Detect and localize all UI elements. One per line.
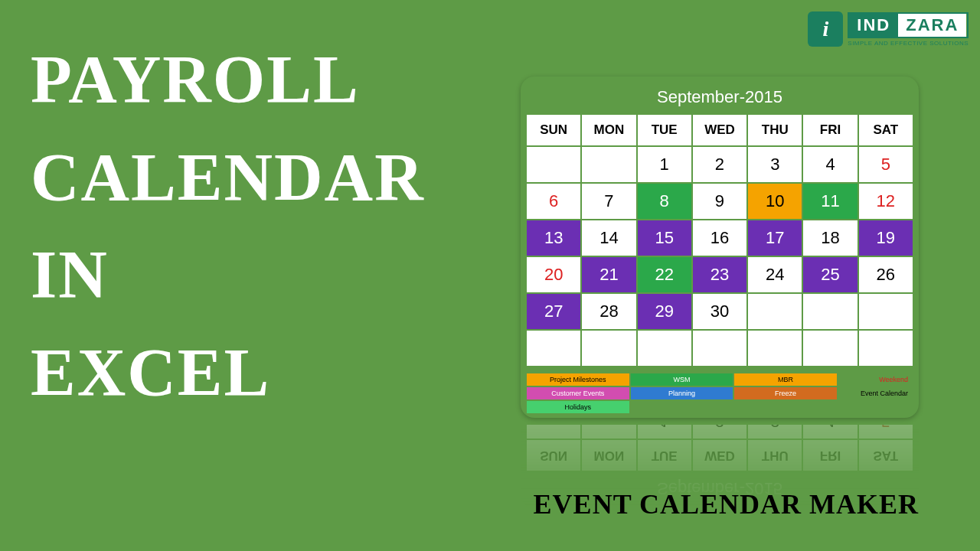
calendar-day-header: FRI (803, 440, 857, 471)
calendar-cell (527, 147, 580, 182)
calendar-cell (693, 331, 746, 366)
calendar-month-title: September-2015 (527, 83, 913, 115)
calendar-cell: 28 (582, 294, 635, 329)
title-line: PAYROLL (31, 31, 425, 129)
calendar-cell (803, 331, 857, 366)
calendar-cell: 8 (638, 184, 691, 219)
calendar-cell: 7 (582, 184, 635, 219)
logo-icon: i (808, 11, 843, 47)
calendar-day-header: SUN (527, 440, 580, 471)
calendar-cell: 5 (859, 147, 913, 182)
calendar-day-header: TUE (638, 440, 691, 471)
calendar-grid: SUNMONTUEWEDTHUFRISAT1234567891011121314… (527, 115, 913, 366)
logo-tagline: SIMPLE AND EFFECTIVE SOLUTIONS (848, 40, 969, 47)
calendar-cell: 29 (638, 294, 691, 329)
calendar-day-header: SAT (859, 115, 913, 145)
calendar-cell: 10 (748, 184, 802, 219)
calendar-cell: 23 (693, 257, 746, 292)
calendar-cell (527, 425, 580, 439)
calendar-cell (527, 331, 580, 366)
calendar-cell (748, 331, 802, 366)
calendar-cell: 27 (527, 294, 580, 329)
legend-mbr: MBR (734, 373, 837, 386)
calendar-cell: 13 (527, 220, 580, 256)
calendar-cell: 21 (582, 257, 635, 292)
calendar-cell: 2 (693, 147, 746, 182)
calendar-cell: 26 (859, 257, 913, 292)
calendar-cell: 12 (859, 184, 913, 219)
calendar-cell: 20 (527, 257, 580, 292)
calendar-cell: 6 (527, 184, 580, 219)
subtitle: EVENT CALENDAR MAKER (534, 488, 919, 520)
legend-wsm: WSM (631, 373, 733, 386)
calendar-cell: 16 (693, 220, 746, 256)
calendar-day-header: THU (748, 115, 802, 145)
main-title: PAYROLL CALENDAR IN EXCEL (31, 31, 425, 421)
calendar-cell: 2 (693, 425, 746, 439)
legend-weekend: Weekend (838, 373, 913, 386)
logo-brand-b: ZARA (898, 14, 966, 37)
calendar-cell: 4 (803, 425, 857, 439)
calendar-cell: 4 (803, 147, 857, 182)
calendar-day-header: MON (582, 115, 635, 145)
legend-freeze: Freeze (734, 387, 837, 399)
title-line: IN (31, 226, 425, 324)
calendar-cell (638, 331, 691, 366)
logo-brand-a: IND (849, 14, 898, 37)
calendar-day-header: THU (748, 440, 802, 471)
calendar-cell: 22 (638, 257, 691, 292)
logo-text: IND ZARA SIMPLE AND EFFECTIVE SOLUTIONS (848, 12, 969, 47)
calendar-cell (803, 294, 857, 329)
calendar-day-header: WED (693, 440, 746, 471)
calendar-cell: 17 (748, 220, 802, 256)
calendar-cell (859, 331, 913, 366)
calendar-day-header: WED (693, 115, 746, 145)
calendar-cell: 5 (859, 425, 913, 439)
calendar-cell: 18 (803, 220, 857, 256)
legend-project-milestones: Project Milestones (527, 373, 629, 386)
calendar-cell: 25 (803, 257, 857, 292)
calendar-cell: 15 (638, 220, 691, 256)
legend-planning: Planning (631, 387, 733, 399)
calendar-cell (582, 147, 635, 182)
legend-event-calendar: Event Calendar (838, 387, 913, 399)
calendar-day-header: FRI (803, 115, 857, 145)
calendar-cell (582, 331, 635, 366)
calendar-day-header: TUE (638, 115, 691, 145)
calendar-card: September-2015 SUNMONTUEWEDTHUFRISAT1234… (521, 77, 919, 418)
calendar-cell: 30 (693, 294, 746, 329)
calendar-cell: 19 (859, 220, 913, 256)
calendar-cell: 11 (803, 184, 857, 219)
calendar-day-header: SAT (859, 440, 913, 471)
calendar-cell (582, 425, 635, 439)
legend-customer-events: Customer Events (527, 387, 629, 399)
calendar-cell: 14 (582, 220, 635, 256)
title-line: EXCEL (31, 324, 425, 422)
calendar-cell: 3 (748, 147, 802, 182)
title-line: CALENDAR (31, 129, 425, 227)
brand-logo: i IND ZARA SIMPLE AND EFFECTIVE SOLUTION… (808, 11, 969, 47)
calendar-cell: 1 (638, 147, 691, 182)
calendar-cell (859, 294, 913, 329)
legend-holidays: Holidays (527, 401, 629, 413)
calendar-legend: Project Milestones WSM MBR Weekend Custo… (527, 373, 913, 413)
calendar-cell (748, 294, 802, 329)
calendar-cell: 9 (693, 184, 746, 219)
calendar-day-header: MON (582, 440, 635, 471)
calendar-day-header: SUN (527, 115, 580, 145)
calendar-cell: 1 (638, 425, 691, 439)
calendar-cell: 24 (748, 257, 802, 292)
calendar-grid: SUNMONTUEWEDTHUFRISAT1234567891011121314… (527, 425, 913, 471)
calendar-cell: 3 (748, 425, 802, 439)
